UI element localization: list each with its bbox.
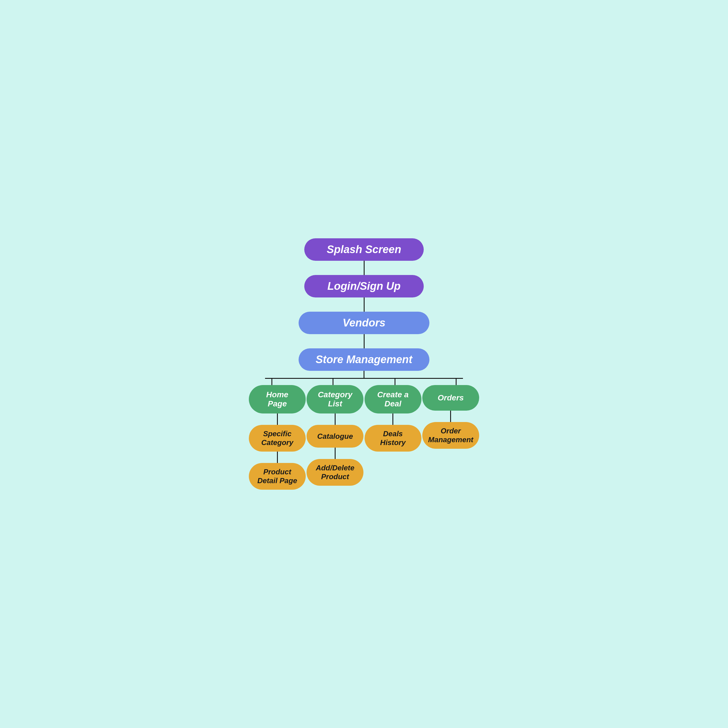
category-list-node: Category List	[307, 385, 363, 413]
v-branch-2	[332, 378, 333, 385]
product-detail-page-node: Product Detail Page	[249, 463, 306, 490]
vendors-node: Vendors	[298, 312, 430, 334]
connector-2	[364, 297, 365, 312]
orders-node: Orders	[422, 385, 479, 411]
conn-orders-mgmt	[450, 411, 451, 422]
v-branch-4	[456, 378, 457, 385]
h-bar	[265, 378, 463, 379]
login-signup-node: Login/Sign Up	[304, 275, 424, 297]
branch-create-deal: Create a Deal Deals History	[365, 385, 421, 451]
specific-category-node: Specific Category	[249, 425, 306, 451]
v-branch-3	[395, 378, 396, 385]
create-a-deal-node: Create a Deal	[365, 385, 421, 413]
connector-3	[364, 334, 365, 348]
add-delete-product-node: Add/Delete Product	[307, 459, 363, 486]
splash-screen-node: Splash Screen	[304, 238, 424, 261]
connector-1	[364, 261, 365, 275]
level1-branches: Home Page Specific Category Product Deta…	[249, 385, 479, 490]
conn-catalogue-adddel	[335, 448, 336, 459]
order-management-node: Order Management	[422, 422, 479, 449]
branch-category-list: Category List Catalogue Add/Delete Produ…	[307, 385, 363, 486]
branch-home-page: Home Page Specific Category Product Deta…	[249, 385, 306, 490]
conn-home-specific	[277, 413, 278, 425]
conn-category-catalogue	[335, 413, 336, 425]
catalogue-node: Catalogue	[307, 425, 363, 448]
h-connector-wrap	[249, 371, 479, 385]
store-management-node: Store Management	[298, 348, 430, 371]
vert-to-bar	[364, 371, 365, 378]
conn-specific-product	[277, 451, 278, 463]
flowchart-diagram: Splash Screen Login/Sign Up Vendors Stor…	[236, 238, 492, 490]
home-page-node: Home Page	[249, 385, 306, 413]
deals-history-node: Deals History	[365, 425, 421, 451]
v-branch-1	[272, 378, 272, 385]
branch-orders: Orders Order Management	[422, 385, 479, 449]
conn-deal-history	[392, 413, 393, 425]
